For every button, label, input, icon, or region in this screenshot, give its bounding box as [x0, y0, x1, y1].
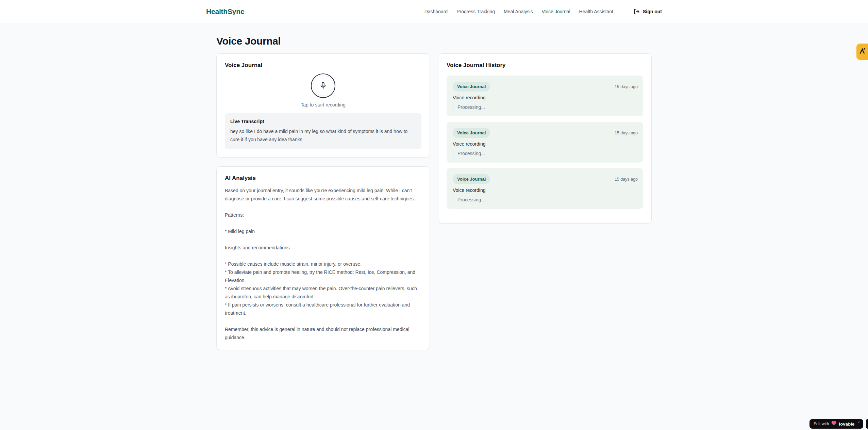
sign-out-button[interactable]: Sign out	[634, 9, 662, 15]
entry-status: Processing...	[453, 150, 638, 157]
history-entry[interactable]: Voice Journal 15 days ago Voice recordin…	[447, 122, 643, 163]
content-grid: Voice Journal Tap to start recording	[216, 53, 652, 350]
brand-logo[interactable]: HealthSync	[206, 7, 244, 16]
ai-analysis-title: AI Analysis	[225, 175, 421, 182]
history-card-title: Voice Journal History	[447, 62, 643, 69]
live-transcript-box: Live Transcript hey so like I do have a …	[225, 113, 421, 149]
nav-item-meal-analysis[interactable]: Meal Analysis	[504, 9, 533, 14]
logout-icon	[634, 9, 640, 15]
entry-status: Processing...	[453, 103, 638, 111]
nav-item-progress-tracking[interactable]: Progress Tracking	[456, 9, 495, 14]
main-content: Voice Journal Voice Journal	[216, 35, 652, 350]
ai-analysis-body: Based on your journal entry, it sounds l…	[225, 186, 421, 342]
page-title: Voice Journal	[216, 35, 652, 47]
history-entry-header: Voice Journal 15 days ago	[453, 128, 638, 138]
left-column: Voice Journal Tap to start recording	[216, 53, 430, 350]
edge-floating-badge[interactable]	[856, 44, 868, 60]
recorder-card-title: Voice Journal	[225, 62, 421, 69]
record-button[interactable]	[311, 73, 335, 98]
main-nav: Dashboard Progress Tracking Meal Analysi…	[424, 9, 662, 15]
voice-recorder-card: Voice Journal Tap to start recording	[216, 53, 430, 158]
lovable-brand-label: lovable	[839, 421, 854, 427]
entry-timestamp: 15 days ago	[615, 177, 638, 182]
history-list: Voice Journal 15 days ago Voice recordin…	[447, 76, 643, 209]
lovable-heart-icon	[831, 421, 836, 427]
live-transcript-text: hey so like I do have a mild pain in my …	[230, 127, 416, 144]
entry-timestamp: 15 days ago	[615, 84, 638, 89]
entry-timestamp: 15 days ago	[615, 131, 638, 135]
badge-close-icon[interactable]: ×	[858, 420, 860, 424]
top-navbar: HealthSync Dashboard Progress Tracking M…	[0, 0, 868, 23]
entry-label: Voice recording	[453, 95, 638, 100]
record-hint: Tap to start recording	[301, 102, 346, 108]
entry-status: Processing...	[453, 196, 638, 203]
mic-area: Tap to start recording	[225, 73, 421, 108]
entry-type-badge: Voice Journal	[453, 82, 490, 92]
edit-with-label: Edit with	[814, 421, 829, 426]
nav-item-voice-journal[interactable]: Voice Journal	[542, 9, 570, 14]
navbar-inner: HealthSync Dashboard Progress Tracking M…	[206, 7, 662, 16]
entry-label: Voice recording	[453, 141, 638, 147]
nav-item-dashboard[interactable]: Dashboard	[424, 9, 448, 14]
corner-collapsed-badge[interactable]	[866, 419, 868, 429]
history-entry[interactable]: Voice Journal 15 days ago Voice recordin…	[447, 76, 643, 116]
ai-analysis-card: AI Analysis Based on your journal entry,…	[216, 166, 430, 350]
history-entry-header: Voice Journal 15 days ago	[453, 174, 638, 184]
mic-icon	[319, 82, 327, 90]
history-entry[interactable]: Voice Journal 15 days ago Voice recordin…	[447, 168, 643, 209]
entry-type-badge: Voice Journal	[453, 174, 490, 184]
live-transcript-title: Live Transcript	[230, 119, 416, 124]
edit-with-lovable-badge[interactable]: Edit with lovable ×	[809, 419, 863, 429]
right-column: Voice Journal History Voice Journal 15 d…	[438, 53, 652, 224]
sign-out-label: Sign out	[643, 9, 662, 14]
entry-label: Voice recording	[453, 187, 638, 193]
history-entry-header: Voice Journal 15 days ago	[453, 82, 638, 92]
voice-journal-history-card: Voice Journal History Voice Journal 15 d…	[438, 53, 652, 224]
edge-badge-logo-icon	[859, 47, 866, 56]
nav-item-health-assistant[interactable]: Health Assistant	[579, 9, 613, 14]
entry-type-badge: Voice Journal	[453, 128, 490, 138]
